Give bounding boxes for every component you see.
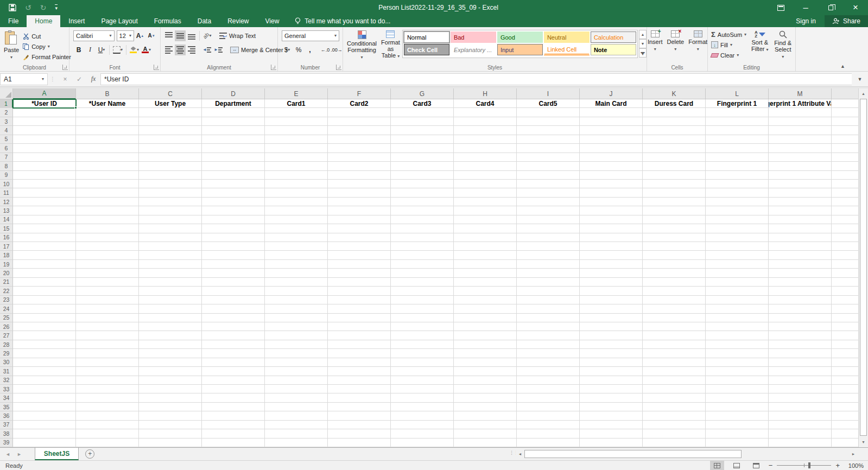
cell-H34[interactable]	[454, 393, 517, 402]
cell-J37[interactable]	[580, 421, 643, 429]
cell-B7[interactable]	[76, 153, 139, 162]
font-name-combo[interactable]: Calibri▾	[73, 30, 115, 41]
cell-J19[interactable]	[580, 260, 643, 269]
cell-A25[interactable]	[13, 314, 76, 322]
cell-H37[interactable]	[454, 421, 517, 429]
cell-F24[interactable]	[328, 304, 391, 313]
formula-bar-splitter[interactable]: ⋮	[48, 76, 58, 82]
cell-L13[interactable]	[706, 206, 769, 215]
restore-button[interactable]	[818, 0, 843, 15]
cell-J24[interactable]	[580, 304, 643, 313]
cell-K33[interactable]	[643, 385, 706, 393]
row-header-26[interactable]: 26	[0, 322, 13, 331]
percent-style-button[interactable]: %	[293, 45, 304, 55]
cell-G10[interactable]	[391, 180, 454, 188]
cell-G37[interactable]	[391, 421, 454, 429]
cell-M9[interactable]	[769, 171, 832, 180]
cell-G27[interactable]	[391, 331, 454, 340]
italic-button[interactable]: I	[85, 45, 96, 55]
cell-M33[interactable]	[769, 385, 832, 393]
underline-button[interactable]: U▾	[96, 45, 107, 55]
font-color-button[interactable]: A▾	[141, 45, 152, 55]
select-all-corner[interactable]	[0, 88, 13, 99]
tab-insert[interactable]: Insert	[60, 15, 93, 27]
cell-K2[interactable]	[643, 108, 706, 117]
cancel-entry-icon[interactable]: ×	[58, 73, 72, 85]
cell-C15[interactable]	[139, 224, 202, 233]
cell-D29[interactable]	[202, 349, 265, 358]
cell-filler-row-30[interactable]	[832, 358, 858, 367]
cell-I31[interactable]	[517, 367, 580, 376]
cell-J5[interactable]	[580, 135, 643, 144]
align-right-button[interactable]	[186, 45, 197, 55]
cell-filler-row-14[interactable]	[832, 215, 858, 224]
cell-M24[interactable]	[769, 304, 832, 313]
cell-L35[interactable]	[706, 403, 769, 411]
cell-M12[interactable]	[769, 198, 832, 206]
cell-M34[interactable]	[769, 393, 832, 402]
cell-F18[interactable]	[328, 251, 391, 259]
cell-A3[interactable]	[13, 117, 76, 126]
cell-C20[interactable]	[139, 269, 202, 277]
cell-G12[interactable]	[391, 198, 454, 206]
cell-B13[interactable]	[76, 206, 139, 215]
cell-style-note[interactable]: Note	[591, 44, 636, 55]
cell-F1[interactable]: Card2	[328, 99, 391, 108]
row-header-14[interactable]: 14	[0, 215, 13, 224]
cell-C7[interactable]	[139, 153, 202, 162]
cell-L10[interactable]	[706, 180, 769, 188]
cell-G33[interactable]	[391, 385, 454, 393]
cell-M8[interactable]	[769, 162, 832, 170]
cell-E12[interactable]	[265, 198, 328, 206]
find-select-button[interactable]: Find & Select ▾	[771, 29, 794, 62]
sort-filter-button[interactable]: AZ Sort & Filter ▾	[748, 29, 771, 62]
tab-formulas[interactable]: Formulas	[146, 15, 189, 27]
cell-E24[interactable]	[265, 304, 328, 313]
cell-E15[interactable]	[265, 224, 328, 233]
cell-B10[interactable]	[76, 180, 139, 188]
cell-L32[interactable]	[706, 376, 769, 385]
cell-L33[interactable]	[706, 385, 769, 393]
cell-A28[interactable]	[13, 340, 76, 349]
next-sheet-icon[interactable]: ►	[17, 452, 22, 457]
cell-H24[interactable]	[454, 304, 517, 313]
cell-G2[interactable]	[391, 108, 454, 117]
cell-A24[interactable]	[13, 304, 76, 313]
cell-I24[interactable]	[517, 304, 580, 313]
cell-L1[interactable]: Fingerprint 1	[706, 99, 769, 108]
cell-F20[interactable]	[328, 269, 391, 277]
vertical-scrollbar[interactable]: ▲ ▼	[858, 88, 868, 447]
cell-F22[interactable]	[328, 287, 391, 295]
save-icon[interactable]	[9, 4, 16, 11]
cell-G34[interactable]	[391, 393, 454, 402]
row-header-9[interactable]: 9	[0, 171, 13, 180]
column-header-i[interactable]: I	[517, 88, 580, 99]
cell-M19[interactable]	[769, 260, 832, 269]
cell-F38[interactable]	[328, 429, 391, 438]
cell-M27[interactable]	[769, 331, 832, 340]
cell-E9[interactable]	[265, 171, 328, 180]
decrease-decimal-button[interactable]: .00→	[331, 45, 342, 55]
cell-A9[interactable]	[13, 171, 76, 180]
cell-B39[interactable]	[76, 439, 139, 447]
cell-C38[interactable]	[139, 429, 202, 438]
cell-J31[interactable]	[580, 367, 643, 376]
cell-I4[interactable]	[517, 126, 580, 135]
cell-L3[interactable]	[706, 117, 769, 126]
cell-E38[interactable]	[265, 429, 328, 438]
column-header-j[interactable]: J	[580, 88, 643, 99]
cell-G3[interactable]	[391, 117, 454, 126]
cell-I15[interactable]	[517, 224, 580, 233]
cell-B20[interactable]	[76, 269, 139, 277]
cell-F37[interactable]	[328, 421, 391, 429]
top-align-button[interactable]	[163, 30, 174, 41]
cell-H36[interactable]	[454, 411, 517, 420]
cell-E34[interactable]	[265, 393, 328, 402]
cell-G39[interactable]	[391, 439, 454, 447]
cell-G1[interactable]: Card3	[391, 99, 454, 108]
cell-C30[interactable]	[139, 358, 202, 367]
tab-file[interactable]: File	[0, 15, 27, 27]
cell-E11[interactable]	[265, 188, 328, 197]
cell-M10[interactable]	[769, 180, 832, 188]
cell-L37[interactable]	[706, 421, 769, 429]
